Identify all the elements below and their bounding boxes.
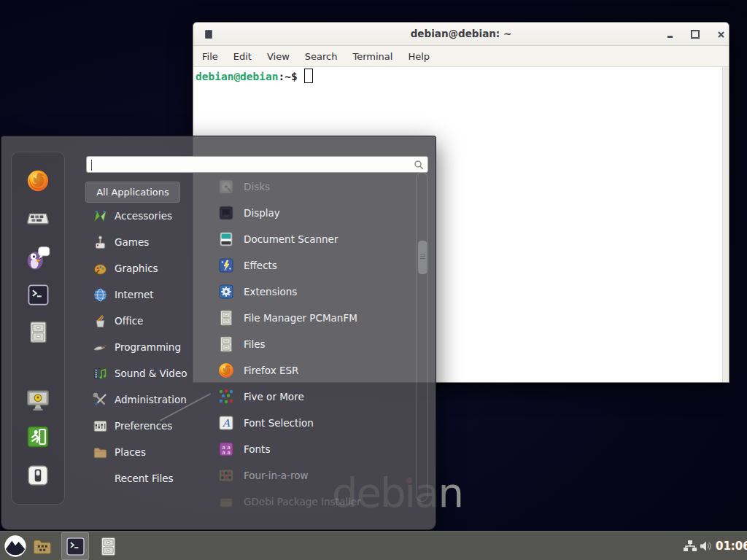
app-display[interactable]: Display (209, 200, 417, 226)
menu-sidebar (11, 152, 65, 505)
minimize-button[interactable] (663, 28, 676, 40)
terminal-title: debian@debian: ~ (193, 28, 729, 39)
preferences-icon (93, 419, 108, 434)
internet-icon (93, 287, 108, 303)
sidebar-firefox-button[interactable] (25, 168, 51, 194)
category-office[interactable]: Office (85, 308, 201, 334)
category-sound-video[interactable]: Sound & Video (85, 360, 201, 386)
terminal-menubar: File Edit View Search Terminal Help (193, 46, 729, 67)
font-selection-icon: A (217, 414, 235, 432)
app-extensions[interactable]: Extensions (209, 279, 417, 305)
close-icon (717, 31, 725, 39)
category-places[interactable]: Places (85, 439, 201, 465)
desktop: debıan debian@debian: ~ File Edit View S… (0, 0, 747, 560)
graphics-icon (93, 261, 108, 276)
menu-search[interactable]: Search (305, 51, 338, 62)
all-applications-label: All Applications (96, 187, 169, 198)
close-button[interactable] (714, 28, 727, 40)
display-icon (217, 204, 235, 222)
sidebar-shutdown-button[interactable] (25, 462, 51, 489)
extensions-icon (217, 283, 235, 300)
office-icon (93, 314, 108, 329)
pidgin-icon (25, 244, 51, 271)
category-administration[interactable]: Administration (85, 386, 201, 413)
menu-edit[interactable]: Edit (233, 51, 252, 62)
firefox-icon (26, 168, 50, 193)
file-manager-icon (98, 536, 119, 557)
app-file-manager-pcmanfm[interactable]: File Manager PCManFM (209, 305, 417, 331)
sidebar-terminal-button[interactable] (25, 281, 51, 308)
maximize-button[interactable] (689, 28, 702, 40)
logout-icon (26, 424, 50, 449)
games-icon (93, 235, 108, 250)
app-files[interactable]: Files (209, 331, 417, 357)
administration-icon (93, 392, 108, 408)
shell-prompt: debian@debian:~$ (196, 69, 313, 83)
network-applet[interactable] (683, 540, 697, 553)
sidebar-lock-screen-button[interactable] (25, 386, 51, 413)
menu-search-box (86, 156, 428, 173)
menu-logo-icon (4, 534, 27, 558)
terminal-titlebar[interactable]: debian@debian: ~ (193, 23, 729, 46)
programming-icon (93, 340, 108, 355)
taskbar-files-button[interactable] (96, 534, 120, 558)
gdebi-icon (217, 493, 235, 510)
category-accessories[interactable]: Accessories (85, 203, 201, 229)
shutdown-icon (26, 463, 50, 488)
file-manager-icon (26, 320, 50, 344)
app-font-selection[interactable]: A Font Selection (209, 410, 417, 436)
menu-help[interactable]: Help (408, 51, 430, 62)
file-manager-icon (217, 309, 235, 327)
terminal-icon (26, 283, 50, 307)
accessories-icon (93, 209, 108, 224)
app-list-scrollbar[interactable] (416, 172, 428, 502)
menu-launcher-button[interactable] (3, 534, 28, 559)
minimize-icon (667, 36, 673, 38)
category-games[interactable]: Games (85, 229, 201, 255)
sidebar-logout-button[interactable] (25, 424, 51, 450)
terminal-icon (65, 536, 86, 557)
menu-terminal[interactable]: Terminal (352, 51, 392, 62)
category-list: Accessories Games Graphics (85, 203, 201, 491)
search-input[interactable] (91, 158, 405, 171)
svg-text:A: A (222, 417, 231, 429)
disks-icon (217, 178, 235, 195)
app-document-scanner[interactable]: Document Scanner (209, 226, 417, 252)
desktop-folder-button[interactable] (31, 534, 54, 558)
text-caret (91, 160, 92, 171)
terminal-cursor (304, 69, 313, 83)
category-preferences[interactable]: Preferences (85, 413, 201, 439)
volume-applet[interactable] (699, 540, 713, 553)
firefox-icon (217, 362, 235, 379)
files-icon (217, 335, 235, 353)
prompt-user: debian@debian (196, 71, 279, 82)
category-programming[interactable]: Programming (85, 334, 201, 360)
category-internet[interactable]: Internet (85, 281, 201, 308)
lock-screen-icon (25, 386, 51, 413)
menu-view[interactable]: View (267, 51, 290, 62)
svg-text:a a: a a (222, 449, 231, 456)
all-applications-button[interactable]: All Applications (85, 182, 180, 203)
app-fonts[interactable]: a a a a Fonts (209, 436, 417, 462)
category-graphics[interactable]: Graphics (85, 255, 201, 281)
app-disks: Disks (209, 174, 417, 200)
sidebar-keyboard-button[interactable] (25, 205, 51, 231)
effects-icon (217, 257, 235, 274)
taskbar: 01:06 (0, 531, 747, 560)
app-gdebi: GDebi Package Installer (209, 489, 417, 515)
taskbar-terminal-button[interactable] (61, 532, 89, 560)
terminal-scrollbar[interactable] (722, 67, 729, 382)
sidebar-pidgin-button[interactable] (25, 244, 51, 271)
search-icon (414, 160, 424, 170)
sidebar-file-manager-button[interactable] (25, 319, 51, 345)
category-recent-files[interactable]: Recent Files (85, 465, 201, 491)
scrollbar-thumb[interactable] (417, 240, 428, 275)
app-effects[interactable]: Effects (209, 252, 417, 279)
places-icon (93, 445, 108, 460)
prompt-path: :~$ (279, 71, 298, 82)
clock-applet[interactable]: 01:06 (716, 540, 747, 553)
speaker-icon (699, 540, 713, 553)
app-firefox-esr[interactable]: Firefox ESR (209, 357, 417, 384)
app-five-or-more[interactable]: Five or More (209, 384, 417, 410)
menu-file[interactable]: File (202, 51, 218, 62)
